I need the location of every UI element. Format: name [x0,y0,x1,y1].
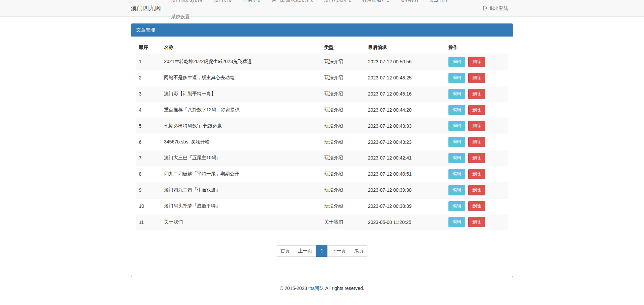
pagination-link[interactable]: 首页 [276,245,294,257]
logout-label: 退出登陆 [489,0,508,17]
cell-type: 玩法介绍 [322,118,365,134]
edit-button[interactable]: 编辑 [448,201,465,211]
delete-button[interactable]: 删除 [468,57,485,67]
delete-button[interactable]: 删除 [468,89,485,99]
delete-button[interactable]: 删除 [468,185,485,195]
cell-actions: 编辑 删除 [446,54,508,70]
delete-button[interactable]: 删除 [468,105,485,115]
cell-type: 玩法介绍 [322,150,365,166]
cell-last-edited: 2023-07-12 00:39:38 [365,182,446,198]
cell-name: 网站不是多牛逼，版主真心去动笔 [161,70,322,86]
panel-body: 顺序 名称 类型 最后编辑 操作 1 2021牛转乾坤2022虎虎生威2023兔… [131,37,513,277]
delete-button[interactable]: 删除 [468,201,485,211]
pagination-wrap: 首页上一页1下一页尾页 [136,245,508,257]
cell-name: 澳门彩【计划平特一肖】 [161,86,322,102]
table-row: 9 澳门四九二四『牛逼双波』 玩法介绍 2023-07-12 00:39:38 … [136,182,508,198]
header-name: 名称 [161,42,322,54]
cell-last-edited: 2023-07-12 00:44:20 [365,102,446,118]
logout-icon [483,6,488,11]
cell-type: 玩法介绍 [322,54,365,70]
cell-name: 重点推荐「八卦数字12码」独家提供 [161,102,322,118]
cell-actions: 编辑 删除 [446,86,508,102]
nav-item-7[interactable]: 资料图库 [395,0,424,3]
cell-actions: 编辑 删除 [446,166,508,182]
cell-last-edited: 2023-07-12 00:43:33 [365,118,446,134]
nav-item-3[interactable]: 香港历史 [238,0,267,3]
pagination-link[interactable]: 下一页 [327,245,350,257]
cell-name: 澳门码头托梦『成语平特』 [161,198,322,214]
nav-item-4[interactable]: 澳门新新彩添加开奖 [267,0,319,3]
delete-button[interactable]: 删除 [468,121,485,131]
delete-button[interactable]: 删除 [468,137,485,147]
cell-index: 5 [136,118,161,134]
table-row: 8 四九二四破解「平特一尾」期期公开 玩法介绍 2023-07-12 00:40… [136,166,508,182]
cell-last-edited: 2023-07-12 00:48:25 [365,70,446,86]
edit-button[interactable]: 编辑 [448,137,465,147]
cell-name: 七期必出特码数字-长跟必赢 [161,118,322,134]
nav-item-6[interactable]: 香港添加开奖 [357,0,395,3]
table-row: 7 澳门大三巴『五尾主10码』 玩法介绍 2023-07-12 00:42:41… [136,150,508,166]
logout-button[interactable]: 退出登陆 [478,0,513,17]
site-brand[interactable]: 澳门四九网 [131,4,166,12]
nav-item-8[interactable]: 文章管理 [424,0,453,3]
cell-actions: 编辑 删除 [446,70,508,86]
cell-index: 11 [136,214,161,230]
cell-actions: 编辑 删除 [446,214,508,230]
cell-actions: 编辑 删除 [446,134,508,150]
cell-index: 9 [136,182,161,198]
table-row: 5 七期必出特码数字-长跟必赢 玩法介绍 2023-07-12 00:43:33… [136,118,508,134]
edit-button[interactable]: 编辑 [448,73,465,83]
delete-button[interactable]: 删除 [468,73,485,83]
edit-button[interactable]: 编辑 [448,121,465,131]
pagination: 首页上一页1下一页尾页 [276,245,368,257]
cell-index: 10 [136,198,161,214]
footer-rights: All rights reserved. [325,286,364,291]
nav-item-5[interactable]: 澳门添加开奖 [319,0,357,3]
navbar-container: 澳门四九网 澳门新新彩历史澳门历史香港历史澳门新新彩添加开奖澳门添加开奖香港添加… [131,0,513,16]
top-navbar: 澳门四九网 澳门新新彩历史澳门历史香港历史澳门新新彩添加开奖澳门添加开奖香港添加… [0,0,644,17]
edit-button[interactable]: 编辑 [448,57,465,67]
edit-button[interactable]: 编辑 [448,169,465,179]
footer-team-link[interactable]: itta团队 [308,286,324,291]
cell-type: 玩法介绍 [322,70,365,86]
cell-type: 玩法介绍 [322,166,365,182]
pagination-item-2: 上一页 [294,245,317,257]
cell-index: 3 [136,86,161,102]
pagination-item-1: 首页 [276,245,294,257]
edit-button[interactable]: 编辑 [448,153,465,163]
cell-last-edited: 2023-07-12 00:43:23 [365,134,446,150]
cell-name: 澳门四九二四『牛逼双波』 [161,182,322,198]
cell-index: 6 [136,134,161,150]
header-last-edited: 最后编辑 [365,42,446,54]
delete-button[interactable]: 删除 [468,153,485,163]
pagination-current-page[interactable]: 1 [316,245,328,257]
cell-last-edited: 2023-07-12 00:42:41 [365,150,446,166]
pagination-link[interactable]: 尾页 [350,245,368,257]
cell-name: 澳门大三巴『五尾主10码』 [161,150,322,166]
cell-actions: 编辑 删除 [446,198,508,214]
nav-menu: 澳门新新彩历史澳门历史香港历史澳门新新彩添加开奖澳门添加开奖香港添加开奖资料图库… [166,0,478,25]
cell-name: 关于我们 [161,214,322,230]
footer-copyright: © 2015-2023 [280,286,307,291]
cell-name: 2021牛转乾坤2022虎虎生威2023兔飞猛进 [161,54,322,70]
delete-button[interactable]: 删除 [468,217,485,227]
cell-index: 8 [136,166,161,182]
table-row: 1 2021牛转乾坤2022虎虎生威2023兔飞猛进 玩法介绍 2023-07-… [136,54,508,70]
edit-button[interactable]: 编辑 [448,89,465,99]
table-row: 3 澳门彩【计划平特一肖】 玩法介绍 2023-07-12 00:45:16 编… [136,86,508,102]
nav-item-2[interactable]: 澳门历史 [209,0,238,3]
edit-button[interactable]: 编辑 [448,185,465,195]
cell-actions: 编辑 删除 [446,182,508,198]
table-row: 11 关于我们 关于我们 2023-05-08 11:20:25 编辑 删除 [136,214,508,230]
edit-button[interactable]: 编辑 [448,217,465,227]
cell-last-edited: 2023-07-12 00:50:56 [365,54,446,70]
nav-item-1[interactable]: 澳门新新彩历史 [166,0,209,3]
nav-item-9[interactable]: 系统设置 [166,14,195,19]
cell-index: 7 [136,150,161,166]
pagination-link[interactable]: 上一页 [294,245,317,257]
cell-index: 4 [136,102,161,118]
delete-button[interactable]: 删除 [468,169,485,179]
cell-type: 关于我们 [322,214,365,230]
edit-button[interactable]: 编辑 [448,105,465,115]
header-actions: 操作 [446,42,508,54]
